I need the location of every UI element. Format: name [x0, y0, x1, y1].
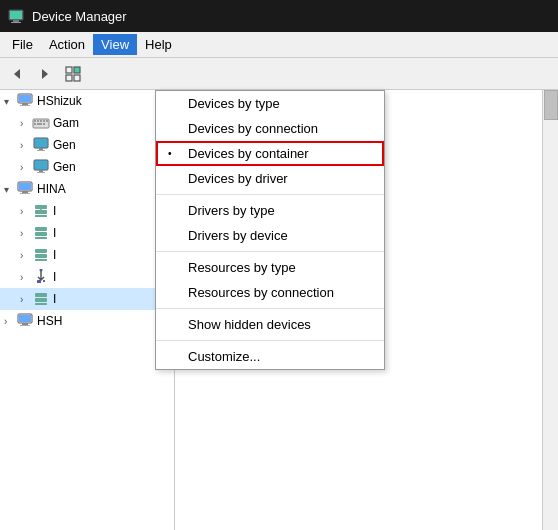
app-icon	[8, 8, 24, 24]
tree-node-dev1[interactable]: › I	[0, 200, 174, 222]
tree-node-hsh[interactable]: › HSH	[0, 310, 174, 332]
svg-rect-18	[43, 120, 45, 122]
menu-separator-2	[156, 251, 384, 252]
menu-separator-4	[156, 340, 384, 341]
svg-rect-34	[20, 193, 30, 194]
tree-label: HSH	[37, 314, 62, 328]
view-dropdown-menu: Devices by type Devices by connection • …	[155, 90, 385, 370]
tree-node-dev4[interactable]: › I	[0, 266, 174, 288]
scrollbar-thumb[interactable]	[544, 90, 558, 120]
menu-item-label: Resources by connection	[188, 285, 334, 300]
main-area: ▾ HShizuk › Gam	[0, 90, 558, 530]
menu-item-customize[interactable]: Customize...	[156, 344, 384, 369]
device-tree: ▾ HShizuk › Gam	[0, 90, 175, 530]
title-bar: Device Manager	[0, 0, 558, 32]
svg-rect-46	[37, 280, 41, 283]
menu-item-resources-by-type[interactable]: Resources by type	[156, 255, 384, 280]
properties-icon	[65, 66, 81, 82]
tree-node-gen1[interactable]: › Gen	[0, 134, 174, 156]
tree-node-gen2[interactable]: › Gen	[0, 156, 174, 178]
svg-rect-20	[34, 123, 36, 125]
expand-icon: ›	[4, 316, 16, 327]
menu-item-devices-by-container[interactable]: • Devices by container	[156, 141, 384, 166]
tree-node-dev3[interactable]: › I	[0, 244, 174, 266]
svg-rect-54	[20, 325, 30, 326]
tree-node-dev2[interactable]: › I	[0, 222, 174, 244]
menu-item-label: Devices by driver	[188, 171, 288, 186]
expand-icon: ›	[20, 294, 32, 305]
svg-rect-39	[35, 227, 47, 231]
menu-file[interactable]: File	[4, 34, 41, 55]
svg-rect-7	[74, 67, 80, 73]
svg-rect-1	[10, 11, 22, 19]
menu-item-devices-by-connection[interactable]: Devices by connection	[156, 116, 384, 141]
menu-item-drivers-by-device[interactable]: Drivers by device	[156, 223, 384, 248]
menu-item-label: Devices by connection	[188, 121, 318, 136]
svg-rect-41	[35, 237, 47, 239]
scrollbar[interactable]	[542, 90, 558, 530]
keyboard-icon	[32, 115, 50, 131]
monitor-icon	[32, 137, 50, 153]
toolbar	[0, 58, 558, 90]
svg-rect-48	[35, 293, 47, 297]
properties-button[interactable]	[60, 62, 86, 86]
svg-rect-16	[37, 120, 39, 122]
svg-rect-11	[19, 95, 31, 102]
computer-icon	[16, 313, 34, 329]
menu-bar: File Action View Help	[0, 32, 558, 58]
expand-icon: ›	[20, 118, 32, 129]
svg-rect-12	[22, 103, 28, 105]
window-title: Device Manager	[32, 9, 127, 24]
svg-rect-47	[43, 280, 45, 282]
svg-marker-5	[42, 69, 48, 79]
expand-icon: ›	[20, 228, 32, 239]
svg-rect-25	[39, 148, 43, 150]
tree-label: I	[53, 248, 56, 262]
menu-item-label: Devices by type	[188, 96, 280, 111]
menu-action[interactable]: Action	[41, 34, 93, 55]
svg-rect-29	[39, 170, 43, 172]
svg-rect-6	[66, 67, 72, 73]
tree-label: I	[53, 292, 56, 306]
svg-rect-35	[35, 205, 47, 209]
tree-node-hina[interactable]: ▾ HINA	[0, 178, 174, 200]
check-indicator: •	[168, 148, 172, 159]
menu-item-show-hidden[interactable]: Show hidden devices	[156, 312, 384, 337]
tree-label: I	[53, 204, 56, 218]
expand-icon: ›	[20, 140, 32, 151]
tree-label: Gam	[53, 116, 79, 130]
svg-rect-40	[35, 232, 47, 236]
menu-item-devices-by-type[interactable]: Devices by type	[156, 91, 384, 116]
menu-item-label: Devices by container	[188, 146, 309, 161]
svg-rect-33	[22, 191, 28, 193]
svg-point-45	[40, 269, 43, 272]
tree-node-dev5[interactable]: › I	[0, 288, 174, 310]
menu-item-label: Drivers by type	[188, 203, 275, 218]
forward-button[interactable]	[32, 62, 58, 86]
tree-node-gam[interactable]: › Gam	[0, 112, 174, 134]
svg-rect-13	[20, 105, 30, 106]
menu-separator-1	[156, 194, 384, 195]
svg-rect-17	[40, 120, 42, 122]
svg-rect-2	[13, 20, 19, 22]
tree-node-hshizuk[interactable]: ▾ HShizuk	[0, 90, 174, 112]
expand-icon: ▾	[4, 184, 16, 195]
svg-rect-26	[37, 150, 45, 151]
svg-rect-24	[35, 139, 47, 147]
menu-item-devices-by-driver[interactable]: Devices by driver	[156, 166, 384, 191]
menu-item-label: Resources by type	[188, 260, 296, 275]
menu-item-resources-by-connection[interactable]: Resources by connection	[156, 280, 384, 305]
menu-help[interactable]: Help	[137, 34, 180, 55]
tree-label: I	[53, 226, 56, 240]
svg-rect-3	[11, 22, 21, 23]
menu-view[interactable]: View	[93, 34, 137, 55]
menu-item-drivers-by-type[interactable]: Drivers by type	[156, 198, 384, 223]
svg-marker-4	[14, 69, 20, 79]
svg-rect-52	[19, 315, 31, 322]
usb-hub-icon	[32, 203, 50, 219]
menu-item-label: Drivers by device	[188, 228, 288, 243]
back-button[interactable]	[4, 62, 30, 86]
computer-icon	[16, 181, 34, 197]
svg-rect-42	[35, 249, 47, 253]
tree-label: HINA	[37, 182, 66, 196]
